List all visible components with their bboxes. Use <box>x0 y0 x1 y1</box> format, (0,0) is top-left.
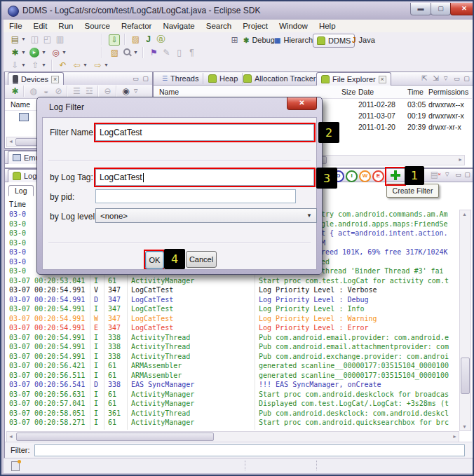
last-edit-location-icon[interactable]: ↶ <box>57 60 69 71</box>
pilcrow-icon[interactable]: ¶ <box>186 47 198 58</box>
log-tag-input[interactable]: LogCatTest <box>95 169 314 186</box>
view-menu-chevron-icon[interactable]: ▽ <box>444 73 449 84</box>
menu-item-navigate[interactable]: Navigate <box>157 22 200 30</box>
junit-icon[interactable]: J <box>142 34 154 45</box>
debug-icon[interactable]: ✱ <box>9 47 21 58</box>
column-header-size[interactable]: Size <box>341 88 356 96</box>
log-row[interactable]: 03-07 00:20:54.991I338ActivityThreadPub … <box>6 353 458 362</box>
log-level-button-e[interactable]: E <box>372 170 384 182</box>
menu-item-refactor[interactable]: Refactor <box>116 22 157 30</box>
devices-menu-chevron-icon[interactable]: ▽ <box>134 86 140 97</box>
log-row[interactable]: 03-07 00:20:56.421I61ARMAssemblergenerat… <box>6 362 458 371</box>
log-column-time[interactable]: Time <box>9 200 26 208</box>
panel-maximize-icon[interactable]: ▢ <box>140 73 151 84</box>
ok-button[interactable]: OK <box>145 251 164 269</box>
log-row[interactable]: 03-07 00:20:54.991W347LogCatTestLog Prio… <box>6 315 458 324</box>
menu-item-search[interactable]: Search <box>201 22 237 30</box>
search-dropdown-icon[interactable]: ▼ <box>133 47 139 58</box>
menu-item-run[interactable]: Run <box>53 22 79 30</box>
update-heap-icon[interactable]: ◍ <box>27 86 39 97</box>
scroll-left-icon[interactable]: ◄ <box>7 433 15 440</box>
filter-name-input[interactable]: LogCatTest <box>95 124 314 141</box>
filter-tab-log[interactable]: Log <box>8 185 34 196</box>
filter-input[interactable] <box>34 444 465 456</box>
scroll-right-icon[interactable]: ► <box>456 156 464 163</box>
new-wizard-dropdown-icon[interactable]: ▼ <box>21 34 27 45</box>
next-annotation-dropdown-icon[interactable]: ▼ <box>21 60 27 71</box>
stop-process-icon[interactable]: ⊖ <box>102 86 114 97</box>
tab-allocation-tracker[interactable]: Allocation Tracker <box>239 73 320 84</box>
log-vscrollbar[interactable]: ▲ ▼ <box>459 210 471 431</box>
debug-dropdown-icon[interactable]: ▼ <box>21 47 27 58</box>
log-row[interactable]: 03-07 00:20:54.991E347LogCatTestLog Prio… <box>6 324 458 333</box>
new-android-project-icon[interactable]: ⓐ <box>155 34 167 45</box>
cause-gc-icon[interactable]: ⊘ <box>53 86 65 97</box>
open-perspective-icon[interactable]: ⊞ <box>229 34 241 46</box>
log-level-button-i[interactable]: I <box>346 170 358 182</box>
log-row[interactable]: 03-07 00:20:56.541D338EAS SyncManager!!!… <box>6 381 458 390</box>
push-file-icon[interactable]: ⇲ <box>430 73 442 84</box>
tab-close-icon[interactable]: × <box>51 76 59 83</box>
dialog-close-button[interactable]: ✕ <box>287 97 317 110</box>
scroll-down-icon[interactable]: ▼ <box>461 423 468 430</box>
screen-capture-icon[interactable]: ◉ <box>120 86 132 97</box>
tab-threads[interactable]: ☰Threads <box>158 73 203 84</box>
pull-file-icon[interactable]: ⇱ <box>419 73 431 84</box>
scroll-left-icon[interactable]: ◄ <box>7 137 15 145</box>
scroll-right-icon[interactable]: ► <box>451 433 459 440</box>
tab-devices[interactable]: Devices × <box>8 72 64 86</box>
external-tools-dropdown-icon[interactable]: ▼ <box>62 47 67 58</box>
previous-annotation-dropdown-icon[interactable]: ▼ <box>41 60 47 71</box>
menu-item-source[interactable]: Source <box>79 22 115 30</box>
run-icon[interactable]: ► <box>29 48 39 57</box>
scroll-thumb[interactable] <box>461 358 470 394</box>
column-header-name[interactable]: Name <box>159 88 179 96</box>
log-level-select[interactable]: <none> ▼ <box>95 208 317 223</box>
column-header-permissions[interactable]: Permissions <box>428 88 468 96</box>
back-icon[interactable]: ⇦ <box>71 60 83 71</box>
next-annotation-icon[interactable]: ⇩ <box>9 60 21 71</box>
delete-filter-icon[interactable]: ▤× <box>428 169 440 180</box>
panel-maximize-icon[interactable]: ▢ <box>461 73 473 84</box>
show-whitespace-icon[interactable]: ▯ <box>173 47 185 58</box>
thread-refresh-icon[interactable]: ☲ <box>83 86 95 97</box>
menu-item-window[interactable]: Window <box>273 22 313 30</box>
debug-process-icon[interactable]: ✱ <box>9 86 21 97</box>
cancel-button[interactable]: Cancel <box>186 251 217 268</box>
search-icon[interactable] <box>123 48 133 57</box>
column-header-time[interactable]: Time <box>407 88 424 96</box>
status-launch-icon[interactable] <box>11 461 20 471</box>
panel-maximize-icon[interactable]: ▢ <box>461 169 473 180</box>
forward-icon[interactable]: ⇨ <box>92 60 104 71</box>
menu-item-edit[interactable]: Edit <box>28 22 53 30</box>
tab-file-explorer[interactable]: File Explorer× <box>316 72 391 86</box>
maximize-button[interactable]: ▢ <box>431 3 451 15</box>
pid-input[interactable] <box>95 189 296 203</box>
scroll-thumb[interactable] <box>16 433 214 441</box>
log-row[interactable]: 03-07 00:20:54.991I338ActivityThreadPub … <box>6 343 458 352</box>
scroll-up-icon[interactable]: ▲ <box>461 210 468 218</box>
tab-heap[interactable]: Heap <box>204 73 243 84</box>
log-row[interactable]: 03-07 00:20:57.041I61ActivityManagerDisp… <box>6 400 458 409</box>
task-flag-icon[interactable]: ⚑ <box>148 47 160 58</box>
menu-item-project[interactable]: Project <box>237 22 273 30</box>
log-level-button-w[interactable]: W <box>359 170 371 182</box>
back-dropdown-icon[interactable]: ▼ <box>83 60 88 71</box>
log-hscrollbar[interactable]: ◄ ► <box>6 431 459 442</box>
perspective-java[interactable]: JJava <box>348 34 379 46</box>
save-icon[interactable]: ◫ <box>29 34 41 45</box>
log-row[interactable]: 03-07 00:20:54.991D347LogCatTestLog Prio… <box>6 296 458 305</box>
forward-dropdown-icon[interactable]: ▼ <box>104 60 109 71</box>
close-button[interactable]: ✕ <box>450 3 474 15</box>
update-threads-icon[interactable]: ☰ <box>71 86 83 97</box>
log-row[interactable]: 03-07 00:20:58.271I61ActivityManagerStar… <box>6 419 458 428</box>
log-row[interactable]: 03-07 00:20:56.511I61ARMAssemblergenerat… <box>6 372 458 381</box>
device-row-icon[interactable] <box>19 113 29 121</box>
log-row[interactable]: 03-07 00:20:53.041I61ActivityManagerStar… <box>6 277 458 286</box>
new-wizard-icon[interactable]: ▤ <box>9 34 21 45</box>
log-row[interactable]: 03-07 00:20:58.051I361ActivityThreadPub … <box>6 409 458 419</box>
open-resource-icon[interactable]: ▨ <box>109 47 121 58</box>
log-row[interactable]: 03-07 00:20:54.991I338ActivityThreadPub … <box>6 334 458 343</box>
logcat-menu-chevron-icon[interactable]: ▽ <box>445 169 451 180</box>
external-tools-icon[interactable]: ◎ <box>50 47 62 58</box>
